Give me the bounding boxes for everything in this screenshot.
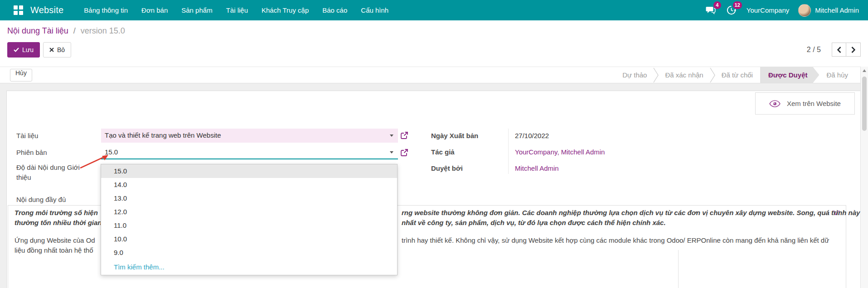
discard-button[interactable]: Bỏ — [43, 42, 71, 58]
messages-icon[interactable]: 4 — [705, 5, 717, 16]
chevron-right-icon — [851, 47, 855, 53]
dropdown-search-more[interactable]: Tìm kiếm thêm... — [101, 259, 397, 275]
pager-previous-button[interactable] — [832, 43, 846, 57]
content-text-fragment: rng website thường không đơn giản. Các d… — [402, 208, 860, 217]
author-value-link[interactable]: YourCompany, Mitchell Admin — [515, 148, 605, 156]
apps-grid-icon[interactable] — [14, 5, 23, 15]
breadcrumb-current: version 15.0 — [81, 26, 125, 35]
content-text-fragment: Ứng dụng Website của Od — [15, 236, 95, 245]
dropdown-option[interactable]: 15.0 — [101, 164, 397, 178]
approved-by-value-link[interactable]: Mitchell Admin — [515, 164, 559, 172]
version-field[interactable]: 15.0 — [101, 145, 398, 159]
navbar-menu-item[interactable]: Khách Truy cập — [255, 0, 315, 20]
navbar-menu-item[interactable]: Bảng thông tin — [77, 0, 135, 20]
breadcrumb: Nội dung Tài liệu / version 15.0 — [7, 26, 125, 36]
document-field[interactable]: Tạo và thiết kế trang web trên Website — [101, 129, 398, 143]
save-button-label: Lưu — [22, 46, 34, 53]
user-name: Mitchell Admin — [815, 6, 859, 14]
control-panel: Nội dung Tài liệu / version 15.0 Lưu Bỏ … — [0, 20, 868, 67]
activities-badge: 12 — [733, 1, 742, 9]
dropdown-option[interactable]: 12.0 — [101, 205, 397, 219]
navbar-right: 4 12 YourCompany Mitchell Admin — [705, 4, 862, 17]
dropdown-option[interactable]: 14.0 — [101, 178, 397, 192]
view-on-website-label: Xem trên Website — [787, 100, 841, 107]
field-label-full-content: Nội dung đầy đủ — [16, 196, 66, 203]
user-avatar — [798, 4, 811, 17]
statusbar-stage[interactable]: Được Duyệt — [760, 67, 820, 83]
times-icon — [49, 48, 54, 52]
pager: 2 / 5 — [807, 43, 861, 57]
eye-icon — [769, 100, 781, 107]
check-icon — [14, 48, 19, 52]
dropdown-option[interactable]: 11.0 — [101, 219, 397, 232]
field-label-author: Tác giả — [431, 148, 455, 156]
version-dropdown-list: 15.014.013.012.011.010.09.0 — [101, 164, 397, 259]
page: Website Bảng thông tinĐơn bánSản phẩmTài… — [0, 0, 868, 288]
breadcrumb-parent-link[interactable]: Nội dung Tài liệu — [7, 26, 68, 35]
view-on-website-button[interactable]: Xem trên Website — [755, 92, 855, 115]
top-navbar: Website Bảng thông tinĐơn bánSản phẩmTài… — [0, 0, 868, 20]
navbar-menu-item[interactable]: Báo cáo — [315, 0, 354, 20]
content-text-fragment: nhất về công ty, sản phẩm, dịch vụ, từ đ… — [402, 218, 666, 227]
content-text-fragment: liệu đồng nhất toàn hệ thố — [15, 246, 93, 255]
chevron-down-icon[interactable] — [390, 151, 393, 154]
field-label-approved-by: Duyệt bởi — [431, 164, 463, 172]
pager-next-button[interactable] — [846, 43, 861, 57]
content-text-fragment: trình hay thiết kế. Không chỉ vậy, sử dụ… — [402, 236, 829, 245]
dropdown-option[interactable]: 9.0 — [101, 246, 397, 259]
external-link-icon[interactable] — [400, 149, 408, 157]
statusbar-stages: Dự thảoĐã xác nhậnĐã từ chốiĐược DuyệtĐã… — [615, 67, 855, 83]
cancel-button[interactable]: Hủy — [10, 69, 32, 82]
document-field-value: Tạo và thiết kế trang web trên Website — [105, 131, 221, 139]
statusbar-stage[interactable]: Đã hủy — [819, 67, 855, 83]
company-switcher[interactable]: YourCompany — [747, 6, 790, 14]
dropdown-option[interactable]: 13.0 — [101, 192, 397, 205]
content-text-fragment: thường tốn nhiều thời gian — [15, 218, 102, 227]
navbar-menu-item[interactable]: Sản phẩm — [175, 0, 219, 20]
field-label-document: Tài liệu — [16, 132, 38, 139]
statusbar-stage[interactable]: Dự thảo — [615, 67, 654, 83]
navbar-menu: Bảng thông tinĐơn bánSản phẩmTài liệuKhá… — [77, 0, 395, 20]
column-divider — [508, 129, 509, 174]
content-text-fragment: Trong môi trường số hiện — [15, 208, 98, 217]
version-dropdown: 15.014.013.012.011.010.09.0 Tìm kiếm thê… — [101, 164, 398, 275]
statusbar: Hủy Dự thảoĐã xác nhậnĐã từ chốiĐược Duy… — [0, 67, 868, 83]
statusbar-stage[interactable]: Đã từ chối — [714, 67, 760, 83]
dropdown-option[interactable]: 10.0 — [101, 232, 397, 246]
chevron-left-icon — [837, 47, 841, 53]
navbar-menu-item[interactable]: Đơn bán — [135, 0, 175, 20]
control-panel-buttons: Lưu Bỏ — [7, 42, 71, 58]
scrollbar-up-icon[interactable] — [863, 69, 866, 72]
scrollbar-thumb[interactable] — [862, 77, 867, 131]
field-label-intro-length: Độ dài Nội dung Giới thiệu — [16, 163, 89, 182]
pager-value: 2 / 5 — [807, 46, 821, 54]
navbar-menu-item[interactable]: Cấu hình — [354, 0, 395, 20]
discard-button-label: Bỏ — [57, 46, 65, 53]
content-inner-divider — [678, 250, 679, 288]
vertical-scrollbar[interactable] — [860, 67, 868, 288]
chevron-down-icon[interactable] — [390, 134, 393, 137]
user-menu[interactable]: Mitchell Admin — [798, 4, 859, 17]
version-field-value: 15.0 — [105, 148, 118, 156]
save-button[interactable]: Lưu — [7, 42, 40, 58]
field-label-publish-date: Ngày Xuất bản — [431, 132, 478, 139]
navbar-menu-item[interactable]: Tài liệu — [219, 0, 255, 20]
field-label-version: Phiên bản — [16, 149, 47, 156]
statusbar-stage[interactable]: Đã xác nhận — [658, 67, 710, 83]
messages-badge: 4 — [713, 1, 721, 9]
activities-icon[interactable]: 12 — [726, 5, 737, 16]
external-link-icon[interactable] — [400, 131, 408, 139]
publish-date-value: 27/10/2022 — [515, 132, 549, 139]
breadcrumb-separator: / — [73, 26, 76, 35]
app-brand[interactable]: Website — [30, 5, 63, 15]
